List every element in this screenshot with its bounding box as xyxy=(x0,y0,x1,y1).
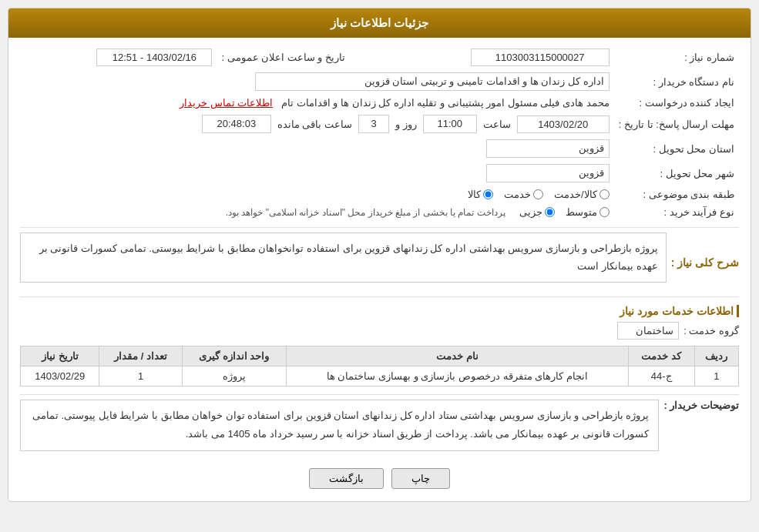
creator-value: محمد هادی فیلی مسئول امور پشتیبانی و تقل… xyxy=(20,94,614,112)
btn-row: چاپ بازگشت xyxy=(20,468,739,489)
purchase-options: متوسط جزیی xyxy=(519,206,610,218)
reply-time-label: ساعت xyxy=(483,119,511,130)
category-label: طبقه بندی موضوعی : xyxy=(614,186,739,203)
purchase-type-row: متوسط جزیی پرداخت تمام یا بخشی از مبلغ خ… xyxy=(20,203,614,221)
th-unit: واحد اندازه گیری xyxy=(182,346,286,366)
td-service-name: انجام کارهای متفرقه درخصوص بازسازی و بهس… xyxy=(286,366,628,386)
general-desc-label: شرح کلی نیاز : xyxy=(671,256,739,269)
reply-remaining-box: 20:48:03 xyxy=(202,115,271,133)
td-unit: پروژه xyxy=(182,366,286,386)
table-row: 1ج-44انجام کارهای متفرقه درخصوص بازسازی … xyxy=(21,366,739,386)
reply-days-box: 3 xyxy=(358,115,389,133)
radio-motavasset: متوسط xyxy=(566,206,610,218)
delivery-province-box: قزوین xyxy=(486,139,610,158)
th-quantity: تعداد / مقدار xyxy=(99,346,182,366)
announcement-label: تاریخ و ساعت اعلان عمومی : xyxy=(217,45,350,69)
radio-kala-khedmat-label: کالا/خدمت xyxy=(554,189,597,200)
delivery-province-value: قزوین xyxy=(20,136,614,161)
radio-motavasset-label: متوسط xyxy=(566,206,597,218)
purchase-type-label: نوع فرآیند خرید : xyxy=(614,203,739,221)
buyer-org-box: اداره کل زندان ها و اقدامات تامینی و ترب… xyxy=(255,72,610,91)
delivery-city-label: شهر محل تحویل : xyxy=(614,161,739,186)
td-quantity: 1 xyxy=(99,366,182,386)
th-service-name: نام خدمت xyxy=(286,346,628,366)
card-body: شماره نیاز : 1103003115000027 تاریخ و سا… xyxy=(8,38,751,501)
announcement-date-box: 1403/02/16 - 12:51 xyxy=(96,49,212,66)
page-title: جزئیات اطلاعات نیاز xyxy=(331,16,428,29)
buyer-desc-label: توضیحات خریدار : xyxy=(663,400,739,411)
th-date: تاریخ نیاز xyxy=(21,346,99,366)
td-service-code: ج-44 xyxy=(628,366,694,386)
page-wrapper: جزئیات اطلاعات نیاز شماره نیاز : 1103003… xyxy=(0,0,759,510)
radio-khedmat-label: خدمت xyxy=(504,189,531,200)
main-card: جزئیات اطلاعات نیاز شماره نیاز : 1103003… xyxy=(8,8,751,502)
radio-kala: کالا xyxy=(468,189,493,200)
contact-link[interactable]: اطلاعات تماس خریدار xyxy=(180,97,273,109)
card-header: جزئیات اطلاعات نیاز xyxy=(8,8,751,38)
delivery-province-label: استان محل تحویل : xyxy=(614,136,739,161)
general-desc-row: شرح کلی نیاز : پروژه بازطراحی و بازسازی … xyxy=(20,233,739,290)
td-date: 1403/02/29 xyxy=(21,366,99,386)
services-info-title: اطلاعات خدمات مورد نیاز xyxy=(20,305,739,317)
print-button[interactable]: چاپ xyxy=(391,468,450,489)
divider-2 xyxy=(20,296,739,297)
radio-kala-label: کالا xyxy=(468,189,481,200)
creator-label: ایجاد کننده درخواست : xyxy=(614,94,739,112)
radio-jozyi-input[interactable] xyxy=(545,207,555,217)
radio-kala-input[interactable] xyxy=(483,189,493,199)
buyer-org-label: نام دستگاه خریدار : xyxy=(614,69,739,94)
radio-khedmat: خدمت xyxy=(504,189,543,200)
reply-deadline-label: مهلت ارسال پاسخ: تا تاریخ : xyxy=(614,112,739,136)
radio-khedmat-input[interactable] xyxy=(533,189,543,199)
purchase-note: پرداخت تمام یا بخشی از مبلغ خریداز محل "… xyxy=(226,207,505,218)
back-button[interactable]: بازگشت xyxy=(309,468,384,489)
service-group-box: ساختمان xyxy=(617,322,679,340)
reply-inline: 1403/02/20 ساعت 11:00 روز و 3 ساعت باقی … xyxy=(25,115,610,133)
radio-kala-khedmat: کالا/خدمت xyxy=(554,189,610,200)
reply-days-label: روز و xyxy=(395,119,417,130)
buyer-desc-row: توضیحات خریدار : پروژه بازطراحی و بازساز… xyxy=(20,400,739,460)
reply-time-box: 11:00 xyxy=(423,115,477,133)
divider-1 xyxy=(20,227,739,228)
reply-remaining-label: ساعت باقی مانده xyxy=(277,119,352,130)
need-number-box: 1103003115000027 xyxy=(471,49,610,66)
buyer-desc-text: پروژه بازطراحی و بازسازی سرویس بهداشتی س… xyxy=(32,410,649,440)
creator-text: محمد هادی فیلی مسئول امور پشتیبانی و تقل… xyxy=(281,97,610,109)
services-table: ردیف کد خدمت نام خدمت واحد اندازه گیری ت… xyxy=(20,346,739,386)
td-row-num: 1 xyxy=(694,366,738,386)
service-group-row: گروه خدمت : ساختمان xyxy=(20,322,739,340)
th-service-code: کد خدمت xyxy=(628,346,694,366)
service-group-label: گروه خدمت : xyxy=(683,325,739,336)
general-desc-box: پروژه بازطراحی و بازسازی سرویس بهداشتی ا… xyxy=(20,233,667,283)
reply-date-box: 1403/02/20 xyxy=(517,115,610,133)
need-number-value: 1103003115000027 xyxy=(381,45,614,69)
delivery-city-box: قزوین xyxy=(486,164,610,182)
radio-motavasset-input[interactable] xyxy=(599,207,610,217)
need-number-label: شماره نیاز : xyxy=(614,45,739,69)
delivery-city-value: قزوین xyxy=(20,161,614,186)
divider-3 xyxy=(20,394,739,395)
top-info-table: شماره نیاز : 1103003115000027 تاریخ و سا… xyxy=(20,45,739,221)
category-radio-group: کالا/خدمت خدمت کالا xyxy=(20,186,614,203)
th-row-num: ردیف xyxy=(694,346,738,366)
announcement-value: 1403/02/16 - 12:51 xyxy=(20,45,217,69)
radio-jozyi-label: جزیی xyxy=(519,206,542,218)
radio-jozyi: جزیی xyxy=(519,206,555,218)
reply-deadline-row: 1403/02/20 ساعت 11:00 روز و 3 ساعت باقی … xyxy=(20,112,614,136)
radio-kala-khedmat-input[interactable] xyxy=(599,189,610,199)
general-desc-text: پروژه بازطراحی و بازسازی سرویس بهداشتی ا… xyxy=(39,243,658,272)
buyer-desc-box: پروژه بازطراحی و بازسازی سرویس بهداشتی س… xyxy=(20,400,659,451)
buyer-org-value: اداره کل زندان ها و اقدامات تامینی و ترب… xyxy=(20,69,614,94)
category-options: کالا/خدمت خدمت کالا xyxy=(25,189,610,200)
purchase-inline: متوسط جزیی پرداخت تمام یا بخشی از مبلغ خ… xyxy=(25,206,610,218)
